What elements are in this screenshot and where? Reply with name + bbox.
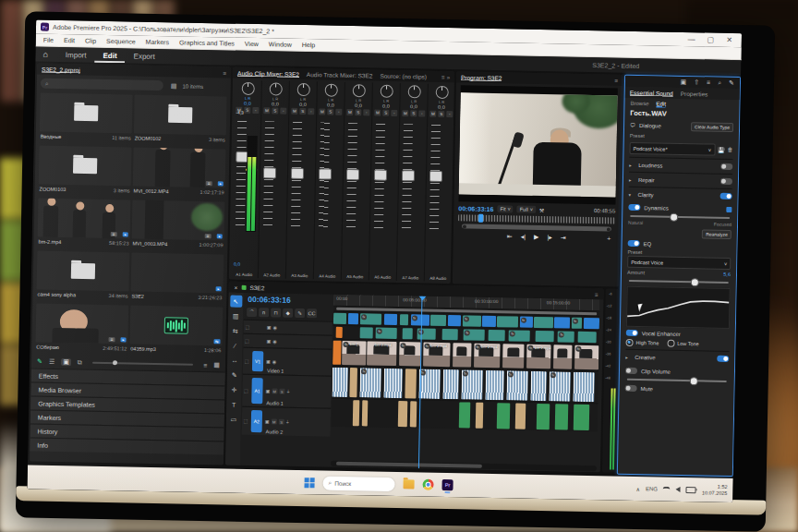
timeline-clip[interactable]: [584, 318, 599, 329]
amount-slider[interactable]: [629, 280, 729, 284]
timeline-clip[interactable]: [359, 327, 373, 338]
battery-icon[interactable]: [686, 487, 696, 493]
taskbar-search[interactable]: ⌕Поиск: [322, 476, 394, 490]
timeline-clip[interactable]: [482, 316, 496, 327]
automation-button[interactable]: ◦: [446, 111, 453, 117]
volume-fader[interactable]: [402, 124, 413, 233]
solo-button[interactable]: S: [272, 107, 278, 114]
timeline-clip[interactable]: fx: [506, 370, 528, 400]
timeline-clip[interactable]: [442, 369, 459, 399]
slip-tool[interactable]: ↔: [228, 355, 240, 367]
step-forward-button[interactable]: |▸: [547, 234, 551, 241]
timeline-clip[interactable]: [496, 403, 510, 429]
source-patch-V1[interactable]: V1: [252, 351, 263, 372]
timeline-clip[interactable]: [398, 401, 408, 427]
linked-selection-button[interactable]: ⊓: [271, 308, 281, 317]
tab-edit[interactable]: Edit: [94, 48, 125, 64]
clarity-toggle[interactable]: [720, 193, 732, 200]
source-patch-V3[interactable]: [253, 321, 264, 332]
timeline-clip[interactable]: fx: [464, 329, 485, 340]
tab-essential-sound[interactable]: Essential Sound: [630, 89, 673, 96]
timeline-clip[interactable]: fx: [509, 330, 530, 341]
mute-toggle[interactable]: [625, 385, 637, 392]
workspaces-icon[interactable]: ≡: [707, 79, 710, 86]
project-item[interactable]: Вводные11 items: [40, 93, 133, 146]
automation-button[interactable]: ◦: [391, 110, 397, 116]
project-item[interactable]: ▸≣MVI_0012.MP41:02:17:19: [132, 148, 225, 200]
timeline-clip[interactable]: fx: [360, 368, 382, 397]
search-icon[interactable]: ⌕: [718, 79, 721, 87]
chevron-right-icon[interactable]: ▸: [629, 162, 635, 167]
menu-graphics-and-titles[interactable]: Graphics and Titles: [179, 39, 235, 46]
patch-icon[interactable]: ▣: [265, 388, 270, 393]
high-tone-radio[interactable]: [625, 339, 633, 346]
eye-icon[interactable]: ◉: [272, 338, 276, 344]
nest-button[interactable]: n: [259, 308, 269, 317]
tab-import[interactable]: Import: [57, 47, 95, 63]
timeline-clip[interactable]: fx: [549, 371, 571, 401]
timeline-clip[interactable]: [475, 403, 483, 429]
tab-source[interactable]: Source: (no clips): [380, 72, 427, 79]
lock-icon[interactable]: ⬚: [243, 338, 250, 344]
menu-help[interactable]: Help: [302, 42, 316, 48]
pan-knob[interactable]: [324, 83, 337, 96]
project-item[interactable]: ZOOM01033 items: [38, 146, 131, 199]
browse-subtab[interactable]: Browse: [630, 101, 648, 106]
timeline-clip[interactable]: fx: [574, 345, 598, 369]
chrome-icon[interactable]: [422, 479, 433, 490]
creative-toggle[interactable]: [717, 356, 729, 362]
timeline-clip[interactable]: [333, 313, 347, 324]
loudness-section[interactable]: Loudness: [638, 163, 662, 168]
menu-sequence[interactable]: Sequence: [106, 38, 136, 45]
volume-fader[interactable]: [429, 125, 441, 234]
eye-icon[interactable]: ◉: [272, 324, 276, 330]
eq-preset-select[interactable]: Podcast Voice˅: [627, 256, 731, 270]
menu-window[interactable]: Window: [269, 41, 292, 47]
tab-properties[interactable]: Properties: [681, 90, 708, 97]
settings-wrench-icon[interactable]: ⚒: [539, 206, 545, 212]
pan-knob[interactable]: [435, 86, 448, 99]
chevron-right-icon[interactable]: ▸: [625, 354, 631, 359]
scrubber-playhead[interactable]: [478, 214, 483, 223]
eq-toggle[interactable]: [628, 240, 640, 247]
mute-button[interactable]: M: [429, 111, 436, 117]
pan-knob[interactable]: [269, 82, 282, 95]
solo-button[interactable]: S: [438, 111, 444, 117]
project-item[interactable]: ▸S3E23:21:26:23: [130, 253, 224, 306]
timeline-clip[interactable]: fxbm-2.mp4: [526, 345, 550, 369]
panel-tab-info[interactable]: Info: [30, 437, 224, 454]
fader-handle[interactable]: [374, 169, 387, 180]
source-patch-A2[interactable]: A2: [251, 410, 262, 432]
tab-export[interactable]: Export: [125, 48, 163, 64]
timeline-clip[interactable]: [489, 330, 504, 341]
clear-audio-type-button[interactable]: Clear Audio Type: [691, 122, 733, 132]
timeline-clip[interactable]: fx: [572, 318, 583, 329]
rectangle-tool[interactable]: ▭: [227, 414, 239, 426]
creative-section[interactable]: Creative: [635, 354, 655, 359]
fader-handle[interactable]: [346, 169, 359, 180]
volume-fader[interactable]: [291, 122, 302, 231]
timeline-clip[interactable]: [578, 332, 597, 343]
timeline-clip[interactable]: fx: [376, 328, 397, 339]
timeline-clip[interactable]: [335, 327, 342, 338]
timeline-clip[interactable]: [453, 343, 472, 367]
lock-icon[interactable]: ⬚: [242, 388, 249, 393]
track-lane-A2[interactable]: [332, 398, 598, 432]
timeline-clip[interactable]: [536, 404, 550, 429]
volume-fader[interactable]: [319, 122, 330, 231]
timeline-clip[interactable]: [530, 371, 547, 401]
timeline-clip[interactable]: [534, 317, 552, 328]
edit-tools-icon[interactable]: ✎: [729, 79, 734, 87]
vocal-enhancer-toggle[interactable]: [626, 330, 638, 336]
timeline-clip[interactable]: [535, 331, 553, 342]
menu-file[interactable]: File: [43, 37, 54, 43]
start-button[interactable]: [304, 478, 314, 488]
volume-fader[interactable]: [263, 121, 274, 230]
repair-toggle[interactable]: [720, 178, 732, 185]
pan-knob[interactable]: [407, 85, 420, 98]
track-select-tool[interactable]: ▥: [229, 310, 241, 322]
wifi-icon[interactable]: [663, 486, 671, 492]
list-view-icon[interactable]: ☰: [49, 358, 54, 366]
project-item[interactable]: ▸≣MVI_0003.MP41:00:27:09: [131, 200, 224, 253]
chevron-right-icon[interactable]: ▸: [629, 176, 635, 182]
